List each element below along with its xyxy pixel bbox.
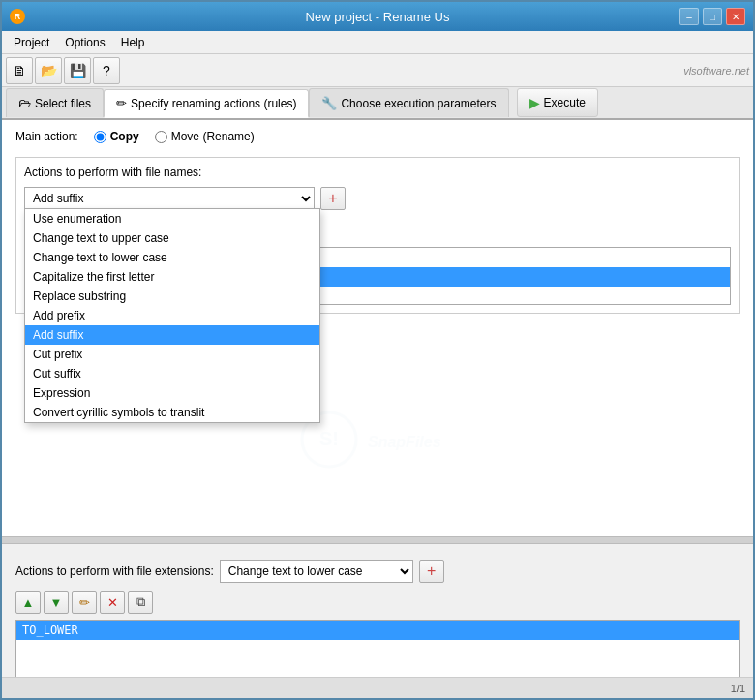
tab-select-files[interactable]: 🗁 Select files [6, 88, 104, 117]
extension-mini-toolbar: ▲ ▼ ✏ ✕ ⧉ [15, 591, 740, 614]
extension-actions-row: Actions to perform with file extensions:… [15, 560, 740, 583]
svg-text:S!: S! [319, 428, 339, 449]
filename-action-select[interactable]: Add suffix [24, 187, 315, 210]
dropdown-item-7[interactable]: Cut prefix [25, 345, 319, 364]
dropdown-item-4[interactable]: Replace substring [25, 287, 319, 306]
move-label: Move (Rename) [171, 130, 255, 143]
title-bar-controls: – □ ✕ [680, 8, 745, 25]
copy-radio[interactable] [94, 131, 106, 143]
minimize-button[interactable]: – [680, 8, 699, 25]
tab-renaming-actions[interactable]: ✏ Specify renaming actions (rules) [104, 89, 309, 118]
extension-list-item-0[interactable]: TO_LOWER [16, 621, 739, 640]
filename-add-button[interactable]: + [320, 187, 346, 210]
copy-label: Copy [110, 130, 139, 143]
dropdown-item-9[interactable]: Expression [25, 383, 319, 403]
dropdown-item-3[interactable]: Capitalize the first letter [25, 267, 319, 287]
menu-project[interactable]: Project [6, 34, 57, 51]
execute-play-icon: ▶ [529, 95, 540, 110]
tab-renaming-actions-label: Specify renaming actions (rules) [131, 97, 296, 110]
extension-action-select[interactable]: Change text to lower case [220, 560, 413, 583]
execute-button[interactable]: ▶ Execute [517, 88, 598, 117]
move-radio[interactable] [155, 131, 167, 143]
toolbar: 🗎 📂 💾 ? vlsoftware.net [2, 54, 753, 87]
close-button[interactable]: ✕ [726, 8, 745, 25]
window-title: New project - Rename Us [306, 10, 450, 24]
extension-down-button[interactable]: ▼ [44, 591, 69, 614]
dropdown-item-2[interactable]: Change text to lower case [25, 248, 319, 267]
extension-up-button[interactable]: ▲ [15, 591, 41, 614]
extension-edit-button[interactable]: ✏ [72, 591, 97, 614]
watermark: S! SnapFiles [300, 411, 455, 475]
menu-options[interactable]: Options [57, 34, 112, 51]
menu-bar: Project Options Help [2, 31, 753, 54]
execute-label: Execute [544, 96, 586, 109]
execution-params-icon: 🔧 [321, 96, 337, 110]
filename-dropdown[interactable]: Use enumeration Change text to upper cas… [24, 208, 320, 423]
renaming-actions-icon: ✏ [116, 96, 127, 110]
help-button[interactable]: ? [93, 57, 120, 84]
watermark-text: vlsoftware.net [683, 65, 749, 76]
extension-delete-button[interactable]: ✕ [100, 591, 125, 614]
extension-actions-label: Actions to perform with file extensions: [15, 564, 214, 578]
extension-copy-button[interactable]: ⧉ [128, 591, 153, 614]
main-action-row: Main action: Copy Move (Rename) [15, 130, 740, 143]
new-button[interactable]: 🗎 [6, 57, 33, 84]
dropdown-item-8[interactable]: Cut suffix [25, 364, 319, 383]
copy-radio-label[interactable]: Copy [94, 130, 139, 143]
status-bar: 1/1 [2, 677, 753, 698]
main-action-label: Main action: [15, 130, 78, 143]
dropdown-item-0[interactable]: Use enumeration [25, 209, 319, 228]
section-divider [2, 536, 753, 544]
maximize-button[interactable]: □ [703, 8, 722, 25]
extension-add-button[interactable]: + [419, 560, 444, 583]
select-files-icon: 🗁 [18, 96, 31, 110]
filename-actions-label: Actions to perform with file names: [24, 166, 731, 179]
tab-select-files-label: Select files [35, 97, 91, 110]
save-button[interactable]: 💾 [64, 57, 91, 84]
svg-text:SnapFiles: SnapFiles [368, 434, 441, 450]
menu-help[interactable]: Help [113, 34, 153, 51]
move-radio-label[interactable]: Move (Rename) [155, 130, 255, 143]
tab-execution-params-label: Choose execution parameters [341, 97, 496, 110]
tabs-bar: 🗁 Select files ✏ Specify renaming action… [2, 87, 753, 120]
filename-actions-row: Add suffix + [24, 187, 731, 210]
page-info: 1/1 [731, 683, 745, 694]
open-button[interactable]: 📂 [35, 57, 62, 84]
title-bar-left: R [10, 9, 25, 24]
app-icon: R [10, 9, 25, 24]
dropdown-item-6[interactable]: Add suffix [25, 325, 319, 345]
tab-execution-params[interactable]: 🔧 Choose execution parameters [309, 88, 508, 117]
title-bar: R New project - Rename Us – □ ✕ [2, 2, 753, 31]
dropdown-item-5[interactable]: Add prefix [25, 306, 319, 325]
dropdown-item-10[interactable]: Convert cyrillic symbols to translit [25, 403, 319, 422]
filename-actions-section: Actions to perform with file names: Add … [15, 157, 740, 314]
dropdown-item-1[interactable]: Change text to upper case [25, 228, 319, 248]
